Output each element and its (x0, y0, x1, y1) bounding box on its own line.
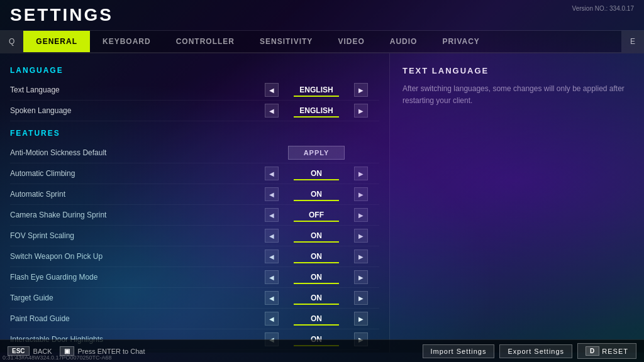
fov-sprint-label: FOV Sprint Scaling (10, 231, 253, 240)
info-panel-title: TEXT LANGUAGE (402, 66, 631, 75)
anti-motion-apply-btn[interactable]: APPLY (288, 146, 345, 160)
switch-weapon-value: ON (279, 251, 354, 262)
auto-climbing-value: ON (279, 168, 354, 179)
spoken-language-control: ◀ ENGLISH ▶ (253, 104, 379, 118)
enter-hint-text: Press ENTER to Chat (78, 348, 145, 355)
back-label: BACK (33, 348, 52, 355)
auto-climbing-next[interactable]: ▶ (354, 167, 368, 180)
bottom-right-actions: Import Settings Export Settings D RESET (423, 343, 637, 359)
target-guide-prev[interactable]: ◀ (265, 291, 279, 305)
anti-motion-label: Anti-Motion Sickness Default (10, 148, 253, 157)
reset-label: RESET (602, 348, 628, 355)
info-panel: TEXT LANGUAGE After switching languages,… (390, 53, 644, 353)
fov-sprint-value: ON (279, 230, 354, 241)
setting-row-switch-weapon: Switch Weapon On Pick Up ◀ ON ▶ (10, 246, 379, 267)
camera-shake-label: Camera Shake During Sprint (10, 211, 253, 219)
target-guide-next[interactable]: ▶ (354, 291, 368, 305)
paint-road-next[interactable]: ▶ (354, 312, 368, 326)
text-language-prev[interactable]: ◀ (265, 83, 279, 97)
auto-sprint-label: Automatic Sprint (10, 190, 253, 199)
tab-audio[interactable]: AUDIO (377, 31, 430, 52)
app-title: SETTINGS (10, 5, 113, 25)
switch-weapon-prev[interactable]: ◀ (265, 250, 279, 263)
setting-row-camera-shake: Camera Shake During Sprint ◀ OFF ▶ (10, 205, 379, 226)
flash-eye-control: ◀ ON ▶ (253, 270, 379, 284)
text-language-label: Text Language (10, 85, 253, 94)
bottom-bar: ESC BACK ▣ Press ENTER to Chat Import Se… (0, 339, 644, 362)
features-section-title: FEATURES (10, 129, 379, 138)
export-settings-button[interactable]: Export Settings (499, 344, 572, 358)
nav-tabs: Q GENERAL KEYBOARD CONTROLLER SENSITIVIT… (0, 31, 644, 53)
status-text: 0:31:43#A48W324.0.17PO0070250TC-A68 (3, 354, 112, 361)
text-language-value: ENGLISH (279, 84, 354, 96)
fov-sprint-control: ◀ ON ▶ (253, 229, 379, 243)
main-content: LANGUAGE Text Language ◀ ENGLISH ▶ Spoke… (0, 53, 644, 353)
flash-eye-next[interactable]: ▶ (354, 270, 368, 284)
switch-weapon-control: ◀ ON ▶ (253, 250, 379, 263)
auto-climbing-prev[interactable]: ◀ (265, 167, 279, 180)
setting-row-anti-motion: Anti-Motion Sickness Default APPLY (10, 143, 379, 163)
paint-road-control: ◀ ON ▶ (253, 312, 379, 326)
flash-eye-label: Flash Eye Guarding Mode (10, 273, 253, 282)
auto-sprint-value: ON (279, 189, 354, 200)
tab-keyboard[interactable]: KEYBOARD (90, 31, 164, 52)
target-guide-value: ON (279, 292, 354, 304)
spoken-language-next[interactable]: ▶ (354, 104, 368, 118)
text-language-next[interactable]: ▶ (354, 83, 368, 97)
auto-sprint-prev[interactable]: ◀ (265, 187, 279, 201)
spoken-language-value: ENGLISH (279, 105, 354, 116)
tab-privacy[interactable]: PRIVACY (430, 31, 492, 52)
camera-shake-value: OFF (279, 209, 354, 221)
tab-video[interactable]: VIDEO (325, 31, 377, 52)
auto-sprint-control: ◀ ON ▶ (253, 187, 379, 201)
flash-eye-prev[interactable]: ◀ (265, 270, 279, 284)
setting-row-text-language: Text Language ◀ ENGLISH ▶ (10, 80, 379, 101)
setting-row-auto-climbing: Automatic Climbing ◀ ON ▶ (10, 163, 379, 184)
nav-icon-left[interactable]: Q (0, 31, 23, 52)
reset-button[interactable]: D RESET (577, 343, 636, 359)
tab-general[interactable]: GENERAL (23, 31, 90, 52)
switch-weapon-label: Switch Weapon On Pick Up (10, 252, 253, 261)
version-text: Version NO.: 334.0.17 (572, 5, 634, 12)
setting-row-auto-sprint: Automatic Sprint ◀ ON ▶ (10, 184, 379, 205)
setting-row-spoken-language: Spoken Language ◀ ENGLISH ▶ (10, 101, 379, 121)
camera-shake-control: ◀ OFF ▶ (253, 208, 379, 222)
title-bar: SETTINGS Version NO.: 334.0.17 (0, 0, 644, 31)
reset-icon: D (586, 346, 599, 356)
paint-road-label: Paint Road Guide (10, 314, 253, 323)
import-settings-button[interactable]: Import Settings (423, 344, 495, 358)
nav-icon-right[interactable]: E (621, 31, 644, 52)
spoken-language-prev[interactable]: ◀ (265, 104, 279, 118)
target-guide-control: ◀ ON ▶ (253, 291, 379, 305)
settings-panel: LANGUAGE Text Language ◀ ENGLISH ▶ Spoke… (0, 53, 390, 353)
auto-sprint-next[interactable]: ▶ (354, 187, 368, 201)
auto-climbing-label: Automatic Climbing (10, 169, 253, 178)
camera-shake-next[interactable]: ▶ (354, 208, 368, 222)
tab-controller[interactable]: CONTROLLER (164, 31, 247, 52)
spoken-language-label: Spoken Language (10, 106, 253, 115)
fov-sprint-prev[interactable]: ◀ (265, 229, 279, 243)
paint-road-prev[interactable]: ◀ (265, 312, 279, 326)
setting-row-fov-sprint: FOV Sprint Scaling ◀ ON ▶ (10, 226, 379, 246)
tab-sensitivity[interactable]: SENSITIVITY (247, 31, 325, 52)
auto-climbing-control: ◀ ON ▶ (253, 167, 379, 180)
info-panel-description: After switching languages, some changes … (402, 83, 631, 107)
fov-sprint-next[interactable]: ▶ (354, 229, 368, 243)
flash-eye-value: ON (279, 272, 354, 283)
target-guide-label: Target Guide (10, 293, 253, 302)
paint-road-value: ON (279, 313, 354, 324)
text-language-control: ◀ ENGLISH ▶ (253, 83, 379, 97)
setting-row-target-guide: Target Guide ◀ ON ▶ (10, 288, 379, 309)
setting-row-paint-road: Paint Road Guide ◀ ON ▶ (10, 309, 379, 329)
camera-shake-prev[interactable]: ◀ (265, 208, 279, 222)
setting-row-flash-eye: Flash Eye Guarding Mode ◀ ON ▶ (10, 267, 379, 288)
switch-weapon-next[interactable]: ▶ (354, 250, 368, 263)
language-section-title: LANGUAGE (10, 66, 379, 75)
anti-motion-control: APPLY (253, 146, 379, 160)
